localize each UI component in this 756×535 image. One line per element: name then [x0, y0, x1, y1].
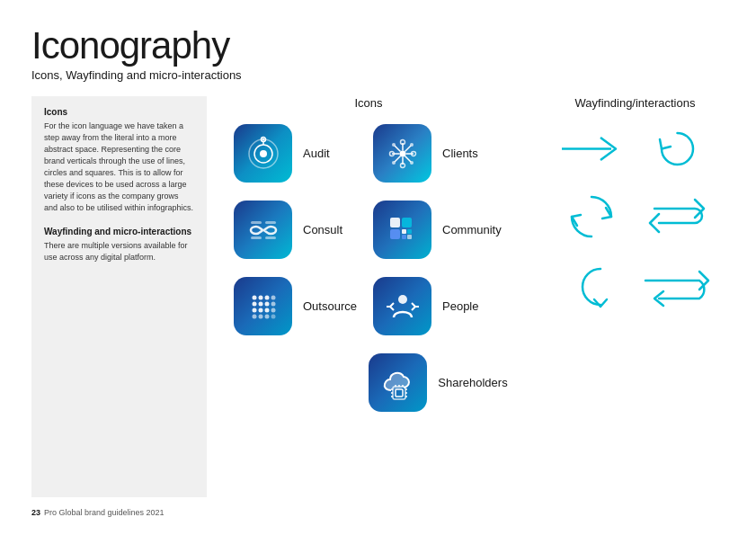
- icon-label-people: People: [442, 299, 478, 313]
- sidebar: Icons For the icon language we have take…: [31, 96, 207, 497]
- circular-arrow-icon: [653, 124, 702, 174]
- icon-label-outsource: Outsource: [303, 299, 357, 313]
- svg-rect-27: [390, 218, 400, 227]
- long-arrow-icon: [641, 264, 713, 309]
- svg-rect-52: [396, 389, 403, 397]
- wayfinding-rotate-arrows: [557, 190, 625, 244]
- icons-label: Icons: [225, 96, 512, 110]
- svg-rect-32: [402, 235, 406, 239]
- svg-point-34: [252, 295, 256, 299]
- audit-icon-svg: [242, 132, 285, 175]
- svg-point-5: [262, 138, 264, 140]
- page: Iconography Icons, Wayfinding and micro-…: [0, 0, 756, 535]
- wayfinding-arc-left: [557, 260, 625, 314]
- svg-point-22: [410, 161, 414, 165]
- footer-text: Pro Global brand guidelines 2021: [44, 508, 165, 517]
- svg-rect-31: [407, 229, 412, 234]
- icon-item-audit: Audit: [234, 124, 364, 183]
- svg-rect-25: [251, 236, 262, 239]
- wayfinding-description: There are multiple versions available fo…: [44, 240, 194, 263]
- icon-item-consult: Consult: [234, 201, 364, 259]
- icon-item-outsource: Outsource: [234, 277, 364, 335]
- icon-box-community: [373, 201, 431, 259]
- wayfinding-circular-arrow: [641, 124, 713, 174]
- page-title: Iconography: [31, 27, 725, 65]
- icon-label-community: Community: [442, 223, 502, 236]
- icon-label-clients: Clients: [442, 147, 478, 160]
- wayfinding-swap-arrows: [641, 190, 713, 244]
- wayfinding-label: Wayfinding/interactions: [539, 96, 731, 110]
- svg-line-11: [395, 146, 401, 152]
- svg-point-47: [258, 314, 262, 318]
- svg-point-39: [258, 301, 262, 306]
- footer: 23 Pro Global brand guidelines 2021: [31, 508, 725, 517]
- svg-point-2: [260, 150, 267, 157]
- svg-point-50: [398, 295, 407, 304]
- svg-point-46: [252, 314, 256, 318]
- svg-point-19: [392, 143, 396, 147]
- page-subtitle: Icons, Wayfinding and micro-interactions: [31, 68, 725, 82]
- svg-point-18: [400, 163, 405, 167]
- svg-rect-24: [265, 221, 276, 224]
- consult-icon-svg: [242, 209, 285, 252]
- wayfinding-long-arrow: [641, 260, 713, 314]
- svg-line-13: [395, 156, 401, 162]
- icons-section: Icons Audit: [225, 96, 512, 497]
- svg-point-43: [258, 308, 262, 312]
- icon-box-audit: [234, 124, 292, 183]
- icon-box-outsource: [234, 277, 292, 335]
- svg-point-44: [264, 308, 269, 312]
- rotate-arrows-icon: [565, 190, 618, 244]
- svg-rect-26: [265, 236, 276, 239]
- icon-label-consult: Consult: [303, 223, 342, 236]
- svg-point-45: [271, 308, 275, 312]
- icon-label-shareholders: Shareholders: [438, 376, 507, 389]
- icons-description: For the icon language we have taken a st…: [44, 120, 194, 214]
- svg-point-21: [392, 161, 396, 165]
- svg-rect-23: [251, 221, 262, 224]
- icons-section-title: Icons: [44, 107, 194, 117]
- svg-line-14: [405, 156, 411, 162]
- icon-item-people: People: [373, 277, 503, 335]
- swap-arrows-icon: [645, 192, 708, 242]
- icon-box-people: [373, 277, 431, 335]
- svg-point-35: [258, 295, 262, 299]
- svg-point-49: [271, 314, 275, 318]
- icons-grid: Audit: [225, 124, 512, 335]
- wayfinding-section: Wayfinding/interactions: [512, 96, 731, 497]
- icon-label-audit: Audit: [303, 147, 330, 160]
- svg-point-48: [264, 314, 269, 318]
- svg-point-6: [399, 150, 405, 156]
- content-area: Icons For the icon language we have take…: [31, 96, 725, 497]
- icon-item-clients: Clients: [373, 124, 503, 183]
- icon-box-clients: [373, 124, 431, 183]
- icon-box-shareholders: [369, 353, 427, 412]
- svg-point-42: [252, 308, 256, 312]
- svg-rect-29: [390, 229, 400, 239]
- svg-point-15: [400, 139, 405, 144]
- svg-point-36: [264, 295, 269, 299]
- arrow-right-icon: [557, 129, 625, 169]
- shareholders-icon-svg: [377, 361, 420, 405]
- people-icon-svg: [381, 285, 424, 328]
- svg-rect-33: [407, 235, 412, 239]
- svg-point-41: [271, 301, 275, 306]
- svg-rect-30: [402, 229, 406, 234]
- svg-rect-28: [402, 218, 412, 227]
- wayfinding-section-title: Wayfinding and micro-interactions: [44, 227, 194, 236]
- icon-item-community: Community: [373, 201, 503, 259]
- svg-point-37: [271, 295, 275, 299]
- footer-page-number: 23: [31, 508, 40, 517]
- svg-line-12: [405, 146, 411, 152]
- icon-box-consult: [234, 201, 292, 259]
- svg-point-40: [264, 301, 269, 306]
- community-icon-svg: [381, 209, 424, 252]
- arc-left-icon: [569, 260, 614, 314]
- wayfinding-arrow-right: [557, 124, 625, 174]
- clients-icon-svg: [381, 132, 424, 175]
- outsource-icon-svg: [242, 285, 285, 328]
- icon-item-shareholders: Shareholders: [369, 353, 507, 412]
- svg-point-38: [252, 301, 256, 306]
- wayfinding-grid: [539, 124, 731, 314]
- svg-point-20: [410, 143, 414, 147]
